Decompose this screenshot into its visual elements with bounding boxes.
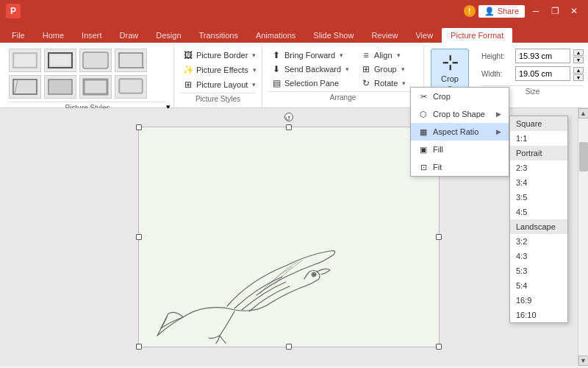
height-spinner: ▲ ▼	[573, 49, 584, 63]
svg-rect-1	[15, 54, 35, 66]
group-button[interactable]: ⊞ Group ▾	[358, 63, 409, 76]
aspect-4-5[interactable]: 4:5	[510, 205, 567, 219]
border-caret: ▾	[252, 52, 256, 59]
fill-icon: ▣	[418, 144, 429, 155]
tab-home[interactable]: Home	[34, 28, 73, 43]
selection-pane-button[interactable]: ▤ Selection Pane	[268, 77, 352, 90]
minimize-button[interactable]: ─	[528, 4, 544, 18]
bird-sketch	[139, 214, 374, 347]
arrange-col-1: ⬆ Bring Forward ▾ ⬇ Send Backward ▾ ▤ Se…	[268, 49, 352, 90]
aspect-5-4[interactable]: 5:4	[510, 278, 567, 293]
border-icon: 🖼	[183, 50, 193, 60]
tab-slideshow[interactable]: Slide Show	[304, 28, 362, 43]
align-caret: ▾	[397, 52, 401, 59]
height-label: Height:	[481, 52, 512, 60]
tab-file[interactable]: File	[3, 28, 34, 43]
width-down[interactable]: ▼	[573, 74, 584, 81]
tab-transitions[interactable]: Transitions	[190, 28, 247, 43]
handle-tl[interactable]	[136, 124, 142, 130]
aspect-3-4[interactable]: 3:4	[510, 175, 567, 190]
tab-animations[interactable]: Animations	[247, 28, 304, 43]
aspect-4-3[interactable]: 4:3	[510, 249, 567, 263]
title-bar-right: ! 👤 Share ─ ❐ ✕	[464, 4, 582, 18]
crop-item-to-shape[interactable]: ⬡ Crop to Shape ▶	[411, 105, 509, 123]
style-thumb-5[interactable]	[9, 75, 41, 99]
svg-rect-5	[119, 53, 143, 68]
svg-point-16	[313, 274, 315, 276]
aspect-5-3[interactable]: 5:3	[510, 263, 567, 278]
width-up[interactable]: ▲	[573, 67, 584, 74]
send-backward-caret: ▾	[345, 66, 349, 73]
style-thumb-6[interactable]	[44, 75, 76, 99]
picture-border-button[interactable]: 🖼 Picture Border ▾	[180, 49, 259, 62]
restore-button[interactable]: ❐	[547, 4, 563, 18]
svg-rect-14	[121, 80, 141, 92]
crop-to-shape-arrow: ▶	[496, 110, 501, 118]
width-input[interactable]	[515, 66, 570, 81]
arrange-group: ⬆ Bring Forward ▾ ⬇ Send Backward ▾ ▤ Se…	[262, 46, 424, 107]
tab-design[interactable]: Design	[147, 28, 190, 43]
crop-icon: ⊹	[442, 52, 459, 73]
scroll-down-arrow[interactable]: ▼	[578, 355, 589, 366]
aspect-1-1[interactable]: 1:1	[510, 131, 567, 146]
aspect-3-2[interactable]: 3:2	[510, 234, 567, 249]
aspect-2-3[interactable]: 2:3	[510, 160, 567, 175]
bring-forward-button[interactable]: ⬆ Bring Forward ▾	[268, 49, 352, 62]
tab-draw[interactable]: Draw	[111, 28, 148, 43]
group-icon: ⊞	[361, 64, 371, 74]
close-button[interactable]: ✕	[566, 4, 582, 18]
tab-picture-format[interactable]: Picture Format	[442, 28, 512, 43]
share-button[interactable]: 👤 Share	[478, 5, 525, 18]
handle-mr[interactable]	[436, 234, 442, 240]
handle-br[interactable]	[436, 344, 442, 350]
effects-icon: ✨	[183, 65, 193, 75]
style-thumb-4[interactable]	[115, 49, 147, 72]
right-scrollbar: ▲ ▼	[578, 108, 588, 366]
handle-tm[interactable]	[286, 124, 292, 130]
svg-rect-7	[13, 79, 37, 94]
landscape-label: Landscape	[510, 219, 567, 234]
aspect-ratio-icon: ▦	[418, 127, 429, 137]
scroll-thumb[interactable]	[579, 142, 588, 171]
tab-review[interactable]: Review	[362, 28, 406, 43]
rotate-button[interactable]: ↻ Rotate ▾	[358, 77, 409, 90]
picture-styles-group: Picture Styles ▾	[3, 46, 174, 107]
aspect-16-9[interactable]: 16:9	[510, 293, 567, 308]
rotation-handle[interactable]: ↺	[284, 113, 293, 121]
layout-icon: ⊞	[183, 79, 193, 90]
picture-effects-button[interactable]: ✨ Picture Effects ▾	[180, 63, 259, 77]
crop-item-aspect-ratio[interactable]: ▦ Aspect Ratio ▶	[411, 123, 509, 141]
send-backward-icon: ⬇	[271, 64, 282, 74]
style-thumb-3[interactable]	[79, 49, 112, 72]
square-label: Square	[510, 116, 567, 131]
width-label: Width:	[481, 70, 512, 78]
height-input[interactable]	[515, 49, 570, 63]
tab-insert[interactable]: Insert	[73, 28, 111, 43]
style-thumb-7[interactable]	[79, 75, 112, 99]
aspect-3-5[interactable]: 3:5	[510, 190, 567, 205]
style-thumbnails	[9, 49, 171, 99]
crop-item-fill[interactable]: ▣ Fill	[411, 141, 509, 158]
scroll-up-arrow[interactable]: ▲	[578, 108, 589, 118]
style-thumb-2[interactable]	[44, 49, 76, 72]
crop-label: Crop	[441, 74, 459, 83]
crop-item-icon: ✂	[418, 91, 429, 102]
height-down[interactable]: ▼	[573, 57, 584, 63]
height-up[interactable]: ▲	[573, 49, 584, 56]
align-icon: ≡	[361, 50, 371, 60]
send-backward-button[interactable]: ⬇ Send Backward ▾	[268, 63, 352, 76]
svg-rect-3	[51, 55, 70, 66]
person-icon: 👤	[484, 7, 495, 16]
crop-item-crop[interactable]: ✂ Crop	[411, 88, 509, 105]
app-icon: P	[6, 4, 21, 18]
align-button[interactable]: ≡ Align ▾	[358, 49, 409, 62]
bring-forward-icon: ⬆	[271, 50, 282, 60]
crop-dropdown: ✂ Crop ⬡ Crop to Shape ▶ ▦ Aspect Ratio …	[410, 87, 509, 177]
aspect-16-10[interactable]: 16:10	[510, 308, 567, 322]
style-thumb-8[interactable]	[115, 75, 147, 99]
crop-item-fit[interactable]: ⊡ Fit	[411, 158, 509, 176]
style-thumb-1[interactable]	[9, 49, 41, 72]
selection-pane-icon: ▤	[271, 78, 282, 88]
tab-view[interactable]: View	[406, 28, 442, 43]
picture-layout-button[interactable]: ⊞ Picture Layout ▾	[180, 78, 259, 91]
